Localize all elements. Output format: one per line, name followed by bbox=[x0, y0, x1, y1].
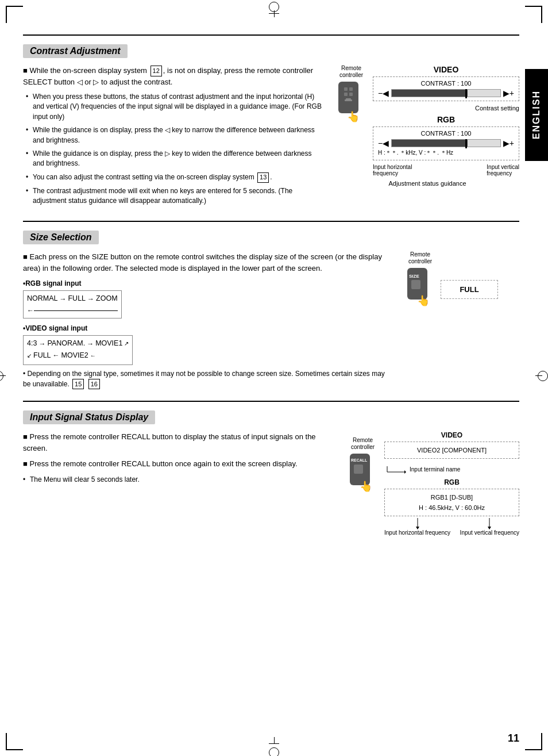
input-h-freq-label: Input horizontalfrequency bbox=[373, 164, 412, 176]
video-input-title: VIDEO bbox=[384, 431, 519, 439]
back-arrow-icon: ← bbox=[27, 305, 34, 316]
zoom-label: ZOOM bbox=[96, 293, 118, 304]
rgb-line2: H : 46.5kHz, V : 60.0Hz bbox=[389, 502, 514, 513]
size-text: ■ Each press on the SIZE button on the r… bbox=[23, 251, 393, 389]
svg-text:SIZE: SIZE bbox=[409, 274, 419, 279]
contrast-value-rgb: CONTRAST : 100 bbox=[378, 130, 514, 137]
size-screen-area: FULL bbox=[441, 268, 498, 299]
freq-labels: Input horizontalfrequency Input vertical… bbox=[373, 164, 519, 176]
page: ENGLISH Contrast Adjustment ■ While the … bbox=[0, 0, 548, 756]
input-v-freq-label: Input verticalfrequency bbox=[487, 164, 519, 176]
remote-label-contrast: Remotecontroller bbox=[335, 65, 367, 79]
corner-mark-bl bbox=[6, 733, 23, 750]
section-divider-1 bbox=[23, 221, 519, 222]
box-num-13: 13 bbox=[257, 172, 269, 183]
corner-arrow-r: ↗ bbox=[124, 339, 129, 348]
rgb-line1: RGB1 [D-SUB] bbox=[389, 492, 514, 502]
plus-icon: ▶+ bbox=[503, 89, 514, 98]
slider-track-rgb bbox=[391, 139, 501, 147]
input-section-header: Input Signal Status Display bbox=[23, 410, 155, 424]
input-para1: ■ Press the remote controller RECALL but… bbox=[23, 431, 335, 454]
svg-rect-14 bbox=[354, 465, 363, 474]
remote-controller-contrast: Remotecontroller bbox=[335, 65, 367, 126]
contrast-section: ■ While the on-screen display system 12,… bbox=[23, 65, 519, 209]
rgb-back-arrow: ← bbox=[27, 305, 118, 316]
main-content: Contrast Adjustment ■ While the on-scree… bbox=[23, 34, 519, 536]
bullet-1: When you press these buttons, the status… bbox=[26, 92, 324, 122]
arrow-3: → bbox=[38, 339, 45, 349]
ratio-43-label: 4:3 bbox=[27, 338, 37, 349]
remote-label-size: Remotecontroller bbox=[404, 251, 436, 265]
rgb-flow-row: NORMAL → FULL → ZOOM bbox=[27, 293, 118, 304]
size-section-header: Size Selection bbox=[23, 231, 99, 244]
video-contrast-box: CONTRAST : 100 −◀ ▶+ bbox=[373, 76, 519, 101]
remote-svg-input: RECALL 👆 bbox=[347, 451, 379, 502]
v-freq-label-container: Input vertical frequency bbox=[460, 518, 519, 536]
panoram-label: PANORAM. bbox=[47, 338, 85, 349]
remote-controller-input: Remotecontroller RECALL 👆 bbox=[347, 437, 379, 502]
size-intro: ■ Each press on the SIZE button on the r… bbox=[23, 251, 393, 274]
rgb-contrast-box: CONTRAST : 100 −◀ ▶+ H :＊＊. ＊kHz, V :＊＊.… bbox=[373, 126, 519, 160]
input-h-freq: Input horizontal frequency bbox=[384, 529, 450, 536]
crosshair-left bbox=[0, 375, 6, 381]
slider-track-video bbox=[391, 89, 501, 97]
bullet-4: You can also adjust the contrast setting… bbox=[26, 172, 324, 183]
svg-text:👆: 👆 bbox=[347, 110, 360, 123]
video-flow: 4:3 → PANORAM. → MOVIE1 ↗ ↙ FULL ← MOVIE… bbox=[23, 335, 133, 365]
size-content: ■ Each press on the SIZE button on the r… bbox=[23, 251, 519, 389]
size-diagram-inner: Remotecontroller SIZE 👆 FULL bbox=[404, 251, 519, 318]
back-line bbox=[34, 310, 118, 311]
arrow-2: → bbox=[87, 294, 94, 304]
minus-icon-rgb: −◀ bbox=[378, 139, 389, 148]
rgb-flow: NORMAL → FULL → ZOOM ← bbox=[23, 290, 122, 318]
video-slider: −◀ ▶+ bbox=[378, 89, 514, 98]
svg-rect-10 bbox=[411, 280, 420, 289]
contrast-diagram-top: Remotecontroller bbox=[335, 65, 519, 176]
top-rule bbox=[23, 34, 519, 36]
corner-arrow-dl: ← bbox=[90, 351, 96, 360]
input-text: ■ Press the remote controller RECALL but… bbox=[23, 431, 335, 536]
box-num-16: 16 bbox=[88, 379, 100, 390]
section-divider-2 bbox=[23, 401, 519, 402]
svg-rect-0 bbox=[338, 82, 358, 113]
box-num-12: 12 bbox=[150, 66, 162, 76]
remote-svg-size: SIZE 👆 bbox=[404, 265, 436, 317]
bullet-2: While the guidance is on display, press … bbox=[26, 125, 324, 145]
crosshair-right bbox=[535, 375, 548, 381]
size-note: • Depending on the signal type, sometime… bbox=[23, 369, 393, 390]
corner-mark-br bbox=[525, 733, 542, 750]
arrow-4: → bbox=[87, 339, 94, 349]
arrow-1: → bbox=[59, 294, 66, 304]
terminal-annotation: Input terminal name bbox=[384, 463, 519, 475]
svg-text:RECALL: RECALL bbox=[351, 458, 368, 462]
video-flow-row2: ↙ FULL ← MOVIE2 ← bbox=[27, 350, 129, 361]
crosshair-bottom bbox=[269, 737, 279, 756]
contrast-section-header: Contrast Adjustment bbox=[23, 44, 128, 58]
video-content: VIDEO2 [COMPONENT] bbox=[389, 445, 514, 455]
contrast-diagrams: Remotecontroller bbox=[335, 65, 519, 209]
input-diagram: Remotecontroller RECALL 👆 VIDEO bbox=[347, 431, 519, 536]
contrast-setting-label: Contrast setting bbox=[373, 105, 519, 112]
box-num-15: 15 bbox=[72, 379, 84, 390]
bullet-3: While the guidance is on display, press … bbox=[26, 149, 324, 169]
corner-mark-tr bbox=[525, 6, 542, 23]
full-label-v: FULL bbox=[33, 350, 51, 361]
rgb-input-box: RGB1 [D-SUB] H : 46.5kHz, V : 60.0Hz bbox=[384, 489, 519, 516]
remote-controller-size: Remotecontroller SIZE 👆 bbox=[404, 251, 436, 318]
english-sidebar: ENGLISH bbox=[525, 69, 548, 161]
contrast-bullets: When you press these buttons, the status… bbox=[23, 92, 324, 206]
corner-arrow-l: ↙ bbox=[27, 351, 32, 360]
input-v-freq: Input vertical frequency bbox=[460, 529, 519, 536]
svg-rect-4 bbox=[349, 93, 353, 96]
remote-svg-contrast: 👆 bbox=[335, 79, 367, 125]
rgb-input-title: RGB bbox=[384, 478, 519, 486]
h-freq-arrow bbox=[412, 518, 423, 529]
svg-rect-6 bbox=[345, 99, 352, 101]
svg-rect-3 bbox=[344, 93, 348, 96]
slider-cursor-rgb bbox=[465, 139, 467, 148]
movie2-label: MOVIE2 bbox=[61, 350, 88, 361]
v-freq-arrow bbox=[484, 518, 495, 529]
contrast-text: ■ While the on-screen display system 12,… bbox=[23, 65, 324, 209]
remote-label-input: Remotecontroller bbox=[351, 437, 375, 451]
corner-mark-tl bbox=[6, 6, 23, 23]
